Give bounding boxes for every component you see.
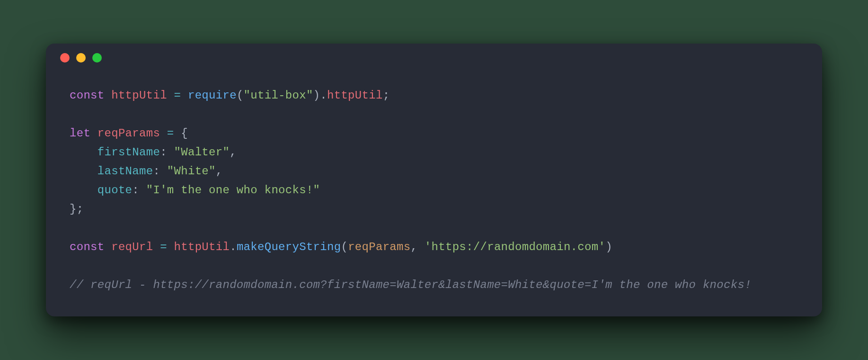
operator-eq: =: [153, 241, 174, 253]
stage: const httpUtil = require("util-box").htt…: [0, 0, 868, 360]
code-window: const httpUtil = require("util-box").htt…: [46, 44, 822, 316]
comma: ,: [410, 241, 424, 253]
identifier-httpUtil: httpUtil: [111, 89, 167, 102]
indent: [70, 165, 97, 178]
brace-open: {: [181, 127, 188, 140]
paren-open: (: [341, 241, 348, 253]
code-line-3: let reqParams = {: [70, 127, 188, 140]
indent: [70, 184, 97, 197]
string-white: "White": [167, 165, 216, 178]
code-block: const httpUtil = require("util-box").htt…: [46, 72, 822, 299]
close-icon[interactable]: [60, 53, 70, 63]
paren-close: ): [605, 241, 612, 253]
string-quote: "I'm the one who knocks!": [146, 184, 320, 197]
keyword-const: const: [70, 89, 105, 102]
paren-open: (: [237, 89, 244, 102]
semicolon: ;: [383, 89, 390, 102]
colon: :: [153, 165, 167, 178]
string-utilbox: "util-box": [244, 89, 313, 102]
arg-reqParams: reqParams: [348, 241, 410, 253]
dot: .: [320, 89, 327, 102]
identifier-reqUrl: reqUrl: [111, 241, 153, 253]
window-titlebar: [46, 44, 822, 72]
colon: :: [132, 184, 146, 197]
string-walter: "Walter": [174, 146, 230, 159]
prop-firstName: firstName: [97, 146, 160, 159]
dot: .: [230, 241, 237, 253]
obj-httpUtil: httpUtil: [174, 241, 230, 253]
code-line-1: const httpUtil = require("util-box").htt…: [70, 89, 390, 102]
operator-eq: =: [167, 89, 188, 102]
fn-require: require: [188, 89, 237, 102]
keyword-let: let: [70, 127, 90, 140]
indent: [70, 146, 97, 159]
prop-lastName: lastName: [97, 165, 153, 178]
code-line-9: const reqUrl = httpUtil.makeQueryString(…: [70, 241, 612, 253]
brace-close: }: [70, 203, 77, 216]
keyword-const: const: [70, 241, 105, 253]
prop-httpUtil: httpUtil: [327, 89, 383, 102]
identifier-reqParams: reqParams: [97, 127, 160, 140]
code-line-4: firstName: "Walter",: [70, 146, 237, 159]
minimize-icon[interactable]: [76, 53, 86, 63]
maximize-icon[interactable]: [92, 53, 102, 63]
comma: ,: [216, 165, 223, 178]
code-line-7: };: [70, 203, 83, 216]
fn-makeQueryString: makeQueryString: [237, 241, 341, 253]
string-url: 'https://randomdomain.com': [425, 241, 605, 253]
code-line-comment: // reqUrl - https://randomdomain.com?fir…: [70, 279, 752, 291]
paren-close: ): [313, 89, 320, 102]
colon: :: [160, 146, 174, 159]
code-line-5: lastName: "White",: [70, 165, 222, 178]
prop-quote: quote: [97, 184, 133, 197]
code-line-6: quote: "I'm the one who knocks!": [70, 184, 320, 197]
comma: ,: [230, 146, 237, 159]
operator-eq: =: [160, 127, 181, 140]
semicolon: ;: [77, 203, 84, 216]
